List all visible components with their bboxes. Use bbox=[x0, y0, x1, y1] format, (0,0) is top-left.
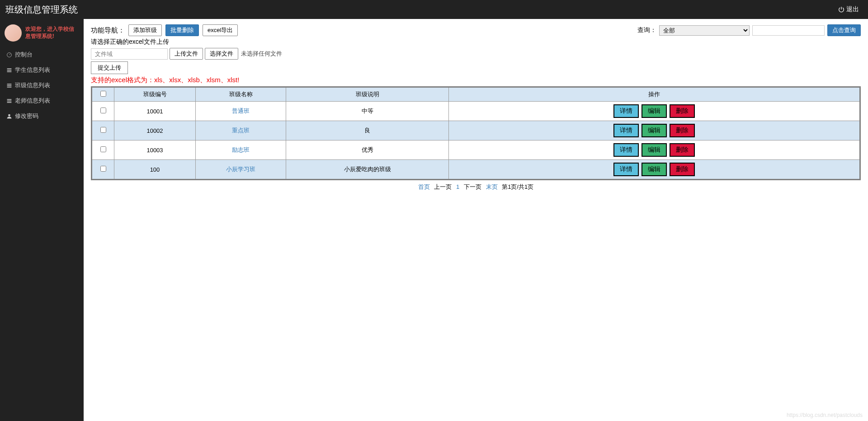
header-checkbox bbox=[92, 87, 114, 102]
nav-label: 功能导航： bbox=[91, 26, 125, 35]
edit-button[interactable]: 编辑 bbox=[642, 163, 667, 176]
list-icon bbox=[6, 98, 12, 104]
sidebar-item-label: 控制台 bbox=[15, 51, 33, 59]
row-checkbox[interactable] bbox=[100, 146, 106, 152]
sidebar-item-class[interactable]: 班级信息列表 bbox=[0, 78, 84, 93]
excel-export-button[interactable]: excel导出 bbox=[203, 24, 238, 36]
svg-rect-4 bbox=[7, 84, 12, 84]
main-content: 功能导航： 添加班级 批量删除 excel导出 查询： 全部 点击查询 请选择正… bbox=[84, 19, 868, 199]
query-select[interactable]: 全部 bbox=[659, 25, 750, 36]
avatar bbox=[5, 24, 22, 42]
detail-button[interactable]: 详情 bbox=[613, 143, 639, 157]
upload-row: 上传文件 选择文件 未选择任何文件 bbox=[91, 48, 861, 60]
svg-rect-9 bbox=[7, 102, 12, 103]
sidebar-item-password[interactable]: 修改密码 bbox=[0, 108, 84, 124]
header: 班级信息管理系统 退出 bbox=[0, 0, 868, 19]
detail-button[interactable]: 详情 bbox=[613, 104, 639, 118]
logout-label: 退出 bbox=[846, 5, 859, 14]
select-all-checkbox[interactable] bbox=[100, 91, 106, 97]
page-first[interactable]: 首页 bbox=[418, 183, 430, 190]
delete-button[interactable]: 删除 bbox=[670, 163, 695, 176]
svg-rect-2 bbox=[7, 70, 12, 70]
svg-point-10 bbox=[8, 114, 10, 116]
header-desc: 班级说明 bbox=[286, 87, 449, 102]
row-checkbox[interactable] bbox=[100, 127, 106, 133]
table-header-row: 班级编号 班级名称 班级说明 操作 bbox=[92, 87, 860, 102]
table-row: 10001 普通班 中等 详情 编辑 删除 bbox=[92, 102, 860, 121]
header-id: 班级编号 bbox=[114, 87, 196, 102]
page-prev: 上一页 bbox=[434, 183, 452, 190]
upload-hint: 请选择正确的excel文件上传 bbox=[91, 38, 861, 46]
cell-id: 10001 bbox=[114, 102, 196, 121]
cell-actions: 详情 编辑 删除 bbox=[449, 140, 860, 160]
toolbar: 功能导航： 添加班级 批量删除 excel导出 查询： 全部 点击查询 bbox=[91, 24, 861, 36]
header-action: 操作 bbox=[449, 87, 860, 102]
detail-button[interactable]: 详情 bbox=[613, 163, 639, 176]
page-current[interactable]: 1 bbox=[456, 183, 459, 190]
list-icon bbox=[6, 67, 12, 73]
sidebar-item-dashboard[interactable]: 控制台 bbox=[0, 47, 84, 62]
cell-actions: 详情 编辑 删除 bbox=[449, 102, 860, 121]
page-info: 第1页/共1页 bbox=[502, 183, 533, 190]
svg-rect-6 bbox=[7, 86, 12, 87]
table-row: 10003 励志班 优秀 详情 编辑 删除 bbox=[92, 140, 860, 160]
pagination: 首页 上一页 1 下一页 末页 第1页/共1页 bbox=[91, 180, 861, 194]
edit-button[interactable]: 编辑 bbox=[642, 104, 667, 118]
list-icon bbox=[6, 83, 12, 89]
delete-button[interactable]: 删除 bbox=[670, 124, 695, 137]
sidebar-item-label: 学生信息列表 bbox=[15, 66, 50, 74]
page-next: 下一页 bbox=[464, 183, 481, 190]
choose-file-button[interactable]: 选择文件 bbox=[205, 48, 238, 60]
submit-upload-button[interactable]: 提交上传 bbox=[91, 61, 128, 74]
cell-desc: 小辰爱吃肉的班级 bbox=[286, 160, 449, 180]
cell-id: 10003 bbox=[114, 140, 196, 160]
table-row: 100 小辰学习班 小辰爱吃肉的班级 详情 编辑 删除 bbox=[92, 160, 860, 180]
batch-delete-button[interactable]: 批量删除 bbox=[165, 24, 199, 36]
query-button[interactable]: 点击查询 bbox=[827, 24, 861, 36]
query-label: 查询： bbox=[637, 26, 656, 34]
dashboard-icon bbox=[6, 52, 12, 58]
add-class-button[interactable]: 添加班级 bbox=[128, 24, 162, 36]
svg-rect-3 bbox=[7, 71, 12, 72]
sidebar: 欢迎您，进入学校信息管理系统! 控制台 学生信息列表 班级信息列表 老师信息列表… bbox=[0, 19, 84, 199]
power-icon bbox=[838, 6, 844, 13]
header-name: 班级名称 bbox=[196, 87, 286, 102]
edit-button[interactable]: 编辑 bbox=[642, 143, 667, 157]
page-last[interactable]: 末页 bbox=[486, 183, 498, 190]
toolbar-left: 功能导航： 添加班级 批量删除 excel导出 bbox=[91, 24, 238, 36]
class-table: 班级编号 班级名称 班级说明 操作 10001 普通班 中等 详情 编辑 删除 … bbox=[91, 86, 861, 180]
cell-actions: 详情 编辑 删除 bbox=[449, 121, 860, 140]
class-name-link[interactable]: 普通班 bbox=[232, 108, 250, 114]
class-name-link[interactable]: 重点班 bbox=[232, 127, 250, 134]
cell-desc: 中等 bbox=[286, 102, 449, 121]
sidebar-item-student[interactable]: 学生信息列表 bbox=[0, 62, 84, 78]
file-field[interactable] bbox=[91, 48, 168, 60]
delete-button[interactable]: 删除 bbox=[670, 143, 695, 157]
row-checkbox[interactable] bbox=[100, 108, 106, 113]
sidebar-item-label: 老师信息列表 bbox=[15, 97, 50, 105]
svg-rect-7 bbox=[7, 99, 12, 100]
query-input[interactable] bbox=[752, 25, 825, 36]
class-name-link[interactable]: 小辰学习班 bbox=[226, 166, 255, 173]
row-checkbox[interactable] bbox=[100, 166, 106, 172]
user-icon bbox=[6, 113, 12, 119]
table-row: 10002 重点班 良 详情 编辑 删除 bbox=[92, 121, 860, 140]
logout-button[interactable]: 退出 bbox=[838, 5, 859, 14]
welcome-text: 欢迎您，进入学校信息管理系统! bbox=[25, 26, 79, 40]
file-status: 未选择任何文件 bbox=[241, 50, 282, 58]
cell-id: 100 bbox=[114, 160, 196, 180]
app-title: 班级信息管理系统 bbox=[5, 4, 78, 16]
upload-file-button[interactable]: 上传文件 bbox=[170, 48, 203, 60]
cell-actions: 详情 编辑 删除 bbox=[449, 160, 860, 180]
svg-rect-8 bbox=[7, 100, 12, 101]
sidebar-item-label: 修改密码 bbox=[15, 112, 38, 120]
sidebar-item-teacher[interactable]: 老师信息列表 bbox=[0, 93, 84, 108]
class-name-link[interactable]: 励志班 bbox=[232, 146, 250, 153]
svg-rect-5 bbox=[7, 85, 12, 86]
edit-button[interactable]: 编辑 bbox=[642, 124, 667, 137]
delete-button[interactable]: 删除 bbox=[670, 104, 695, 118]
cell-desc: 优秀 bbox=[286, 140, 449, 160]
cell-desc: 良 bbox=[286, 121, 449, 140]
detail-button[interactable]: 详情 bbox=[613, 124, 639, 137]
toolbar-right: 查询： 全部 点击查询 bbox=[637, 24, 861, 36]
